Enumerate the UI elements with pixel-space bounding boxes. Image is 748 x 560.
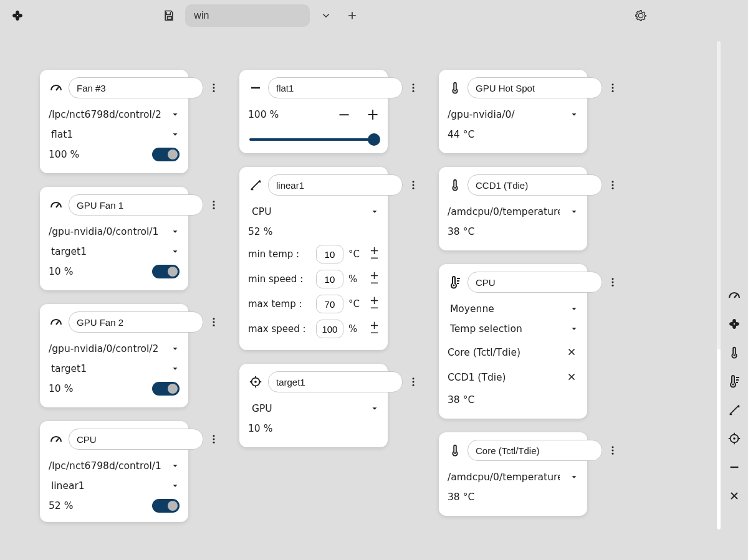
hardware-select[interactable]: /gpu-nvidia/0/control/2	[49, 339, 180, 359]
target-name-input[interactable]	[268, 371, 403, 392]
linear-source-select[interactable]: CPU	[248, 202, 379, 222]
max-temp-label: max temp :	[248, 298, 311, 310]
settings-button[interactable]	[631, 6, 651, 26]
card-menu[interactable]	[607, 176, 618, 194]
min-temp-input[interactable]	[316, 245, 343, 263]
save-button[interactable]	[159, 6, 179, 26]
custom-temp-value: 38 °C	[448, 394, 474, 406]
temp-unit: °C	[348, 249, 365, 260]
control-name-input[interactable]	[69, 311, 203, 333]
add-control-button[interactable]	[726, 287, 743, 304]
card-menu[interactable]	[408, 176, 419, 194]
add-temp-button[interactable]	[726, 344, 743, 361]
card-menu[interactable]	[408, 373, 419, 391]
aggregation-select[interactable]: Moyenne	[448, 299, 578, 319]
speed-icon	[49, 432, 64, 447]
step-down[interactable]: −	[370, 255, 379, 261]
increment-button[interactable]: +	[367, 106, 379, 123]
type-sidebar	[726, 287, 743, 505]
linear-behavior-card: CPU 52 % min temp : °C +− min speed : % …	[239, 167, 388, 350]
card-menu[interactable]	[208, 430, 219, 448]
new-config-button[interactable]	[342, 6, 362, 26]
hardware-select[interactable]: /lpc/nct6798d/control/2	[49, 105, 180, 125]
control-percent: 10 %	[49, 266, 73, 277]
control-percent: 10 %	[49, 383, 73, 394]
flat-percent: 100 %	[248, 109, 279, 120]
config-name-input[interactable]	[185, 4, 310, 27]
card-menu[interactable]	[607, 273, 618, 291]
behavior-select[interactable]: flat1	[49, 125, 180, 145]
card-menu[interactable]	[208, 313, 219, 331]
card-menu[interactable]	[607, 79, 618, 97]
add-linear-button[interactable]	[726, 401, 743, 419]
thermometer-icon	[448, 443, 463, 458]
control-name-input[interactable]	[69, 429, 203, 450]
temp-name-input[interactable]	[467, 77, 602, 98]
control-toggle[interactable]	[152, 148, 180, 161]
min-speed-label: min speed :	[248, 273, 311, 285]
max-speed-label: max speed :	[248, 323, 311, 335]
thermometer-icon	[448, 178, 463, 192]
hardware-select[interactable]: /lpc/nct6798d/control/1	[49, 456, 180, 476]
control-card: /gpu-nvidia/0/control/2 target1 10 %	[40, 304, 188, 407]
max-temp-input[interactable]	[316, 295, 343, 313]
add-custom-temp-button[interactable]	[726, 373, 743, 390]
target-behavior-card: GPU 10 %	[239, 364, 388, 447]
remove-entry-button[interactable]	[566, 346, 578, 359]
add-target-button[interactable]	[726, 430, 743, 447]
temp-unit: °C	[348, 298, 365, 310]
custom-temp-card: Moyenne Temp selection Core (Tctl/Tdie) …	[439, 264, 587, 419]
target-source-select[interactable]: GPU	[248, 399, 379, 419]
linear-percent: 52 %	[248, 226, 272, 237]
control-toggle[interactable]	[152, 382, 180, 396]
flat-icon	[248, 80, 263, 95]
flat-slider[interactable]	[249, 138, 378, 141]
step-down[interactable]: −	[370, 280, 379, 286]
speed-icon	[49, 315, 64, 330]
add-flat-button[interactable]	[726, 458, 743, 476]
behavior-select[interactable]: target1	[49, 242, 180, 262]
flat-name-input[interactable]	[268, 77, 403, 98]
close-sidebar-button[interactable]	[726, 487, 743, 505]
min-temp-label: min temp :	[248, 249, 311, 260]
min-speed-input[interactable]	[316, 270, 343, 288]
card-menu[interactable]	[408, 79, 419, 97]
control-card: /lpc/nct6798d/control/1 linear1 52 %	[40, 421, 188, 522]
control-name-input[interactable]	[69, 77, 203, 98]
decrement-button[interactable]: −	[338, 106, 350, 123]
remove-entry-button[interactable]	[566, 371, 578, 384]
temp-name-input[interactable]	[467, 440, 602, 461]
card-menu[interactable]	[208, 196, 219, 214]
control-toggle[interactable]	[152, 265, 180, 278]
config-dropdown[interactable]	[316, 6, 336, 26]
control-name-input[interactable]	[69, 194, 203, 216]
custom-temp-name-input[interactable]	[467, 272, 602, 293]
target-icon	[248, 374, 263, 389]
temp-name-input[interactable]	[467, 174, 602, 196]
behavior-select[interactable]: linear1	[49, 476, 180, 496]
control-percent: 52 %	[49, 500, 73, 511]
card-menu[interactable]	[208, 79, 219, 97]
thermometer-icon	[448, 80, 463, 95]
temp-value: 38 °C	[448, 226, 474, 237]
temp-value: 44 °C	[448, 129, 474, 140]
thermometer-lines-icon	[448, 275, 463, 290]
temp-picker[interactable]: Temp selection	[448, 319, 578, 339]
linear-icon	[248, 178, 263, 192]
temp-hardware-select[interactable]: /amdcpu/0/temperature/4	[448, 202, 578, 222]
control-toggle[interactable]	[152, 499, 180, 513]
card-menu[interactable]	[607, 442, 618, 459]
linear-name-input[interactable]	[268, 174, 403, 196]
custom-temp-entry: Core (Tctl/Tdie)	[448, 347, 520, 358]
temp-hardware-select[interactable]: /amdcpu/0/temperature/2	[448, 467, 578, 487]
flat-behavior-card: 100 % − +	[239, 70, 388, 153]
hardware-select[interactable]: /gpu-nvidia/0/control/1	[49, 222, 180, 242]
control-percent: 100 %	[49, 149, 79, 160]
step-down[interactable]: −	[370, 305, 379, 311]
temp-value: 38 °C	[448, 491, 474, 503]
max-speed-input[interactable]	[316, 320, 343, 338]
temp-hardware-select[interactable]: /gpu-nvidia/0/	[448, 105, 578, 125]
add-fan-button[interactable]	[726, 315, 743, 333]
step-down[interactable]: −	[370, 330, 379, 336]
behavior-select[interactable]: target1	[49, 359, 180, 379]
